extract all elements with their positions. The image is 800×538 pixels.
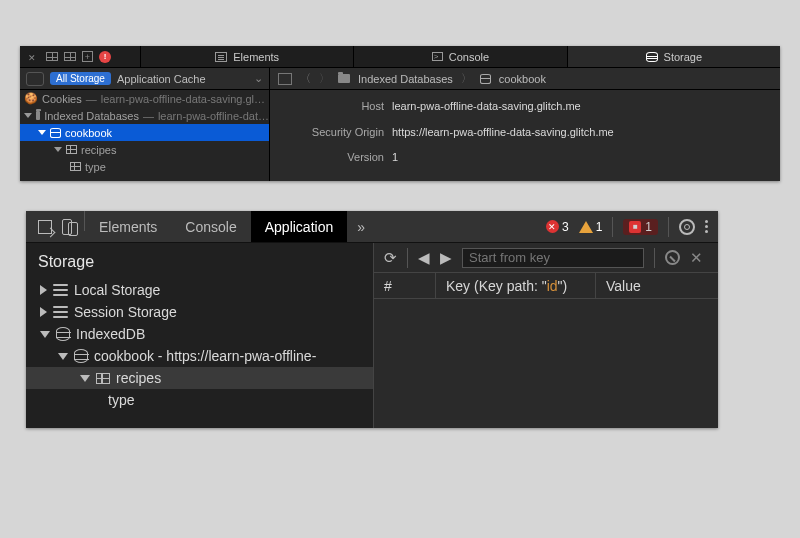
issue-icon: ■: [629, 221, 641, 233]
crumb-fwd-icon[interactable]: 〉: [319, 71, 330, 86]
chrome-main: ⟳ ◀ ▶ ✕ # Key (Key path: "id") Value: [374, 243, 718, 428]
column-index[interactable]: #: [374, 273, 436, 298]
safari-devtools-panel: Elements Console Storage All Storage App…: [20, 46, 780, 181]
column-key[interactable]: Key (Key path: "id"): [436, 273, 596, 298]
chevron-down-icon: [80, 375, 90, 382]
issues-badge[interactable]: ■1: [623, 219, 658, 235]
filter-all-storage[interactable]: All Storage: [50, 72, 111, 85]
chrome-sidebar: Storage Local Storage Session Storage In…: [26, 243, 374, 428]
tab-elements-label: Elements: [99, 219, 157, 235]
tree-local-storage-label: Local Storage: [74, 282, 160, 298]
tree-cookies-label: Cookies: [42, 93, 82, 105]
tab-console[interactable]: Console: [353, 46, 566, 67]
tree-store-recipes[interactable]: recipes: [20, 141, 269, 158]
table-icon: [70, 162, 81, 171]
column-key-label-post: "): [558, 278, 568, 294]
warning-icon: [579, 214, 593, 233]
chevron-right-icon: [40, 307, 47, 317]
tree-session-storage[interactable]: Session Storage: [26, 301, 373, 323]
crumb-back-icon[interactable]: 〈: [300, 71, 311, 86]
table-icon: [96, 373, 110, 384]
prop-host-value: learn-pwa-offline-data-saving.glitch.me: [392, 100, 766, 120]
folder-icon: [36, 111, 40, 120]
tab-console[interactable]: Console: [171, 211, 250, 242]
divider: [654, 248, 655, 268]
inspect-element-icon[interactable]: [38, 220, 52, 234]
tree-cookies[interactable]: 🍪 Cookies — learn-pwa-offline-data-savin…: [20, 90, 269, 107]
safari-breadcrumb: 〈 〉 Indexed Databases 〉 cookbook: [270, 68, 780, 90]
crumb-separator-icon: 〉: [461, 71, 472, 86]
tab-console-label: Console: [185, 219, 236, 235]
chevron-down-icon: [58, 353, 68, 360]
safari-db-properties: Host learn-pwa-offline-data-saving.glitc…: [270, 90, 780, 181]
chevron-down-icon: [38, 130, 46, 135]
tab-elements-label: Elements: [233, 51, 279, 63]
dock-side-icon[interactable]: [46, 52, 58, 61]
prev-page-icon[interactable]: ◀: [418, 249, 430, 267]
tree-index-type[interactable]: type: [20, 158, 269, 175]
safari-tabbar: Elements Console Storage: [20, 46, 780, 68]
delete-selected-icon[interactable]: ✕: [690, 249, 703, 267]
prop-origin-key: Security Origin: [284, 126, 384, 146]
tab-storage[interactable]: Storage: [567, 46, 780, 67]
settings-icon[interactable]: [679, 219, 695, 235]
divider: [668, 217, 669, 237]
tree-indexed-databases[interactable]: Indexed Databases — learn-pwa-offline-da…: [20, 107, 269, 124]
tree-db-cookbook[interactable]: cookbook - https://learn-pwa-offline-: [26, 345, 373, 367]
more-tabs-icon[interactable]: »: [347, 211, 375, 242]
tab-elements[interactable]: Elements: [140, 46, 353, 67]
dock-bottom-icon[interactable]: [64, 52, 76, 61]
database-icon: [480, 74, 491, 84]
tree-db-cookbook[interactable]: cookbook: [20, 124, 269, 141]
warning-badge[interactable]: 1: [579, 217, 603, 236]
toggle-sidebar-icon[interactable]: [26, 72, 44, 86]
storage-icon: [53, 284, 68, 296]
tree-indexeddb[interactable]: IndexedDB: [26, 323, 373, 345]
chevron-down-icon: [54, 147, 62, 152]
tab-application[interactable]: Application: [251, 211, 348, 242]
tree-db-label: cookbook - https://learn-pwa-offline-: [94, 348, 316, 364]
tab-storage-label: Storage: [664, 51, 703, 63]
tree-db-label: cookbook: [65, 127, 112, 139]
crumb-db[interactable]: cookbook: [499, 73, 546, 85]
close-icon[interactable]: [28, 51, 40, 63]
elements-icon: [215, 52, 227, 62]
new-tab-icon[interactable]: [82, 51, 93, 62]
tree-index-label: type: [108, 392, 134, 408]
next-page-icon[interactable]: ▶: [440, 249, 452, 267]
tab-elements[interactable]: Elements: [85, 211, 171, 242]
refresh-icon[interactable]: ⟳: [384, 249, 397, 267]
error-icon: ✕: [546, 220, 559, 233]
tab-application-label: Application: [265, 219, 334, 235]
filter-chevron-icon[interactable]: ⌄: [254, 72, 263, 85]
database-icon: [74, 349, 88, 363]
device-toolbar-icon[interactable]: [62, 219, 72, 235]
column-value[interactable]: Value: [596, 273, 718, 298]
tree-store-label: recipes: [81, 144, 116, 156]
sidebar-heading-storage: Storage: [26, 249, 373, 279]
tree-index-type[interactable]: type: [26, 389, 373, 411]
tree-store-recipes[interactable]: recipes: [26, 367, 373, 389]
toggle-details-icon[interactable]: [278, 73, 292, 85]
chevron-right-icon: [40, 285, 47, 295]
start-from-key-input[interactable]: [462, 248, 644, 268]
error-indicator-icon[interactable]: [99, 51, 111, 63]
kebab-menu-icon[interactable]: [705, 220, 708, 233]
error-badge[interactable]: ✕3: [546, 220, 569, 234]
prop-host-key: Host: [284, 100, 384, 120]
divider: [407, 248, 408, 268]
clear-store-icon[interactable]: [665, 250, 680, 265]
tree-idb-label: Indexed Databases: [44, 110, 139, 122]
tree-store-label: recipes: [116, 370, 161, 386]
column-key-path: id: [547, 278, 558, 294]
tree-local-storage[interactable]: Local Storage: [26, 279, 373, 301]
prop-origin-value: https://learn-pwa-offline-data-saving.gl…: [392, 126, 766, 146]
crumb-section[interactable]: Indexed Databases: [358, 73, 453, 85]
storage-icon: [646, 52, 658, 62]
filter-app-cache[interactable]: Application Cache: [117, 73, 206, 85]
tab-console-label: Console: [449, 51, 489, 63]
database-icon: [56, 327, 70, 341]
safari-sidebar: All Storage Application Cache ⌄ 🍪 Cookie…: [20, 68, 270, 181]
table-icon: [66, 145, 77, 154]
issues-count: 1: [645, 220, 652, 234]
